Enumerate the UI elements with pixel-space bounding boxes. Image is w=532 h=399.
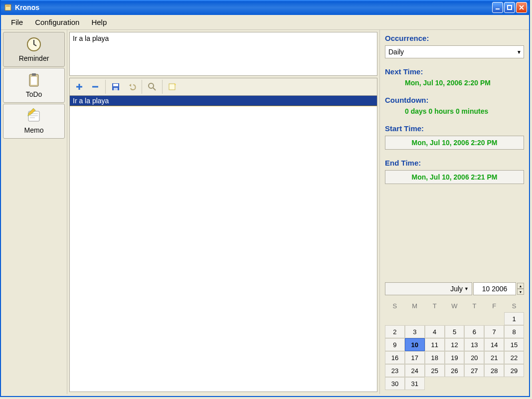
calendar-dow: W xyxy=(445,299,465,312)
occurrence-value: Daily xyxy=(388,48,404,56)
calendar-day[interactable]: 7 xyxy=(484,325,504,338)
sidebar-item-memo[interactable]: Memo xyxy=(3,104,65,139)
calendar-day[interactable]: 25 xyxy=(425,364,445,377)
list-item-text: Ir a la playa xyxy=(73,97,109,105)
calendar-header: July ▼ 10 2006 ▲ ▼ xyxy=(385,282,524,295)
undo-button[interactable] xyxy=(124,80,139,94)
svg-rect-0 xyxy=(5,4,11,10)
calendar-day[interactable]: 6 xyxy=(464,325,484,338)
note-text: Ir a la playa xyxy=(73,34,109,42)
search-button[interactable] xyxy=(145,80,160,94)
svg-rect-2 xyxy=(508,5,512,9)
start-time-value: Mon, Jul 10, 2006 2:20 PM xyxy=(412,139,498,147)
calendar-day[interactable]: 30 xyxy=(385,377,405,390)
calendar-empty xyxy=(445,377,465,390)
calendar-dow: S xyxy=(385,299,405,312)
start-time-label: Start Time: xyxy=(385,124,524,133)
svg-rect-1 xyxy=(496,8,500,9)
calendar-empty xyxy=(484,377,504,390)
calendar-day[interactable]: 23 xyxy=(385,364,405,377)
next-time-value: Mon, Jul 10, 2006 2:20 PM xyxy=(385,79,524,87)
clipboard-icon xyxy=(26,72,42,88)
menu-file[interactable]: File xyxy=(5,16,29,28)
new-note-button[interactable] xyxy=(165,80,180,94)
calendar-day[interactable]: 13 xyxy=(464,338,484,351)
titlebar: Kronos xyxy=(1,0,529,15)
menubar: File Configuration Help xyxy=(1,15,529,30)
chevron-down-icon: ▼ xyxy=(464,286,469,291)
calendar-day[interactable]: 15 xyxy=(504,338,524,351)
calendar-day[interactable]: 2 xyxy=(385,325,405,338)
menu-configuration[interactable]: Configuration xyxy=(29,16,85,28)
calendar-day[interactable]: 31 xyxy=(405,377,425,390)
svg-rect-10 xyxy=(114,88,118,90)
calendar-day[interactable]: 11 xyxy=(425,338,445,351)
calendar-dow: T xyxy=(464,299,484,312)
year-spinner: ▲ ▼ xyxy=(517,283,524,295)
save-button[interactable] xyxy=(108,80,123,94)
calendar-day[interactable]: 12 xyxy=(445,338,465,351)
calendar-day[interactable]: 19 xyxy=(445,351,465,364)
calendar-day[interactable]: 1 xyxy=(504,312,524,325)
spacer xyxy=(385,187,524,279)
calendar-day[interactable]: 9 xyxy=(385,338,405,351)
sidebar-item-label: Memo xyxy=(24,126,44,134)
countdown-value: 0 days 0 hours 0 minutes xyxy=(385,107,524,115)
start-time-button[interactable]: Mon, Jul 10, 2006 2:20 PM xyxy=(385,136,524,150)
list-item[interactable]: Ir a la playa xyxy=(70,96,377,106)
occurrence-select[interactable]: Daily ▼ xyxy=(385,45,524,58)
calendar-day[interactable]: 18 xyxy=(425,351,445,364)
svg-rect-12 xyxy=(169,84,175,90)
add-button[interactable] xyxy=(72,80,87,94)
sidebar-item-label: Reminder xyxy=(19,54,49,62)
maximize-button[interactable] xyxy=(504,2,515,13)
calendar-day[interactable]: 4 xyxy=(425,325,445,338)
calendar-day[interactable]: 27 xyxy=(464,364,484,377)
calendar-day[interactable]: 26 xyxy=(445,364,465,377)
spinner-up[interactable]: ▲ xyxy=(517,283,524,289)
toolbar-divider xyxy=(105,80,106,94)
note-textarea[interactable]: Ir a la playa xyxy=(69,32,377,76)
svg-rect-6 xyxy=(31,77,37,85)
calendar-month: July xyxy=(450,285,463,293)
calendar-empty xyxy=(385,312,405,325)
toolbar-divider xyxy=(142,80,142,94)
calendar-year: 10 2006 xyxy=(482,285,508,293)
calendar-day[interactable]: 21 xyxy=(484,351,504,364)
minimize-button[interactable] xyxy=(492,2,503,13)
calendar-dow: M xyxy=(405,299,425,312)
app-icon xyxy=(4,3,12,11)
reminder-list[interactable]: Ir a la playa xyxy=(69,96,377,392)
calendar-day[interactable]: 5 xyxy=(445,325,465,338)
calendar-day[interactable]: 14 xyxy=(484,338,504,351)
calendar-day[interactable]: 28 xyxy=(484,364,504,377)
calendar-year-field[interactable]: 10 2006 xyxy=(473,282,516,295)
calendar-day[interactable]: 29 xyxy=(504,364,524,377)
calendar-day[interactable]: 20 xyxy=(464,351,484,364)
calendar-day[interactable]: 22 xyxy=(504,351,524,364)
calendar-month-select[interactable]: July ▼ xyxy=(385,282,472,295)
sidebar-item-reminder[interactable]: Reminder xyxy=(3,32,65,67)
end-time-value: Mon, Jul 10, 2006 2:21 PM xyxy=(412,173,498,181)
content-area: Reminder ToDo Memo Ir a la playa xyxy=(1,30,529,394)
details-pane: Occurrence: Daily ▼ Next Time: Mon, Jul … xyxy=(379,30,529,394)
memo-icon xyxy=(26,108,42,124)
close-button[interactable] xyxy=(516,2,527,13)
calendar-day[interactable]: 17 xyxy=(405,351,425,364)
calendar-day[interactable]: 24 xyxy=(405,364,425,377)
sidebar-item-todo[interactable]: ToDo xyxy=(3,68,65,103)
remove-button[interactable] xyxy=(88,80,103,94)
countdown-label: Countdown: xyxy=(385,96,524,104)
calendar-day[interactable]: 10 xyxy=(405,338,425,351)
toolbar xyxy=(69,78,377,96)
calendar-day[interactable]: 16 xyxy=(385,351,405,364)
calendar-empty xyxy=(405,312,425,325)
next-time-label: Next Time: xyxy=(385,67,524,76)
calendar-empty xyxy=(425,312,445,325)
calendar-empty xyxy=(464,312,484,325)
menu-help[interactable]: Help xyxy=(85,16,113,28)
calendar-day[interactable]: 3 xyxy=(405,325,425,338)
calendar-day[interactable]: 8 xyxy=(504,325,524,338)
end-time-button[interactable]: Mon, Jul 10, 2006 2:21 PM xyxy=(385,170,524,184)
spinner-down[interactable]: ▼ xyxy=(517,289,524,295)
